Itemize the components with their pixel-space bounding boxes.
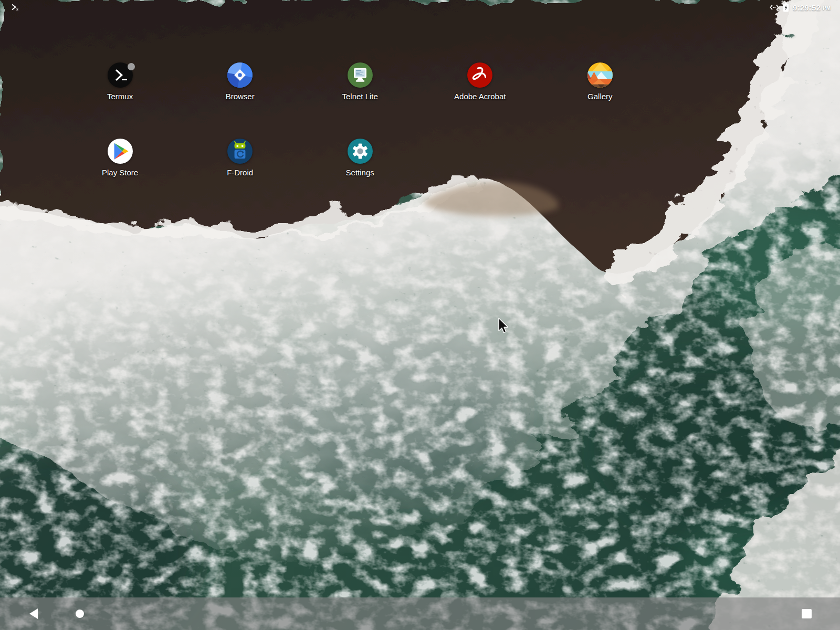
status-bar[interactable]: 9:29:52 PM [0, 0, 840, 15]
app-gallery[interactable]: Gallery [553, 62, 647, 101]
gallery-icon [587, 62, 613, 88]
app-playstore[interactable]: Play Store [73, 138, 167, 177]
app-label: Adobe Acrobat [433, 92, 527, 101]
notification-badge [128, 63, 135, 70]
recents-button[interactable] [794, 601, 819, 626]
fdroid-icon [227, 138, 253, 164]
termux-notification-icon [10, 3, 20, 12]
home-button[interactable] [67, 601, 92, 626]
clock-meridiem: PM [823, 4, 831, 11]
app-acrobat[interactable]: Adobe Acrobat [433, 62, 527, 101]
ethernet-icon [770, 4, 779, 10]
telnet-icon [347, 62, 373, 88]
battery-charging-icon [783, 3, 789, 12]
home-icon [76, 610, 84, 618]
app-label: Play Store [73, 168, 167, 177]
recents-icon [802, 609, 812, 618]
app-fdroid[interactable]: F-Droid [193, 138, 287, 177]
app-settings[interactable]: Settings [313, 138, 407, 177]
browser-icon [227, 62, 253, 88]
status-bar-system: 9:29:52 PM [770, 0, 831, 15]
app-label: Termux [73, 92, 167, 101]
app-label: Telnet Lite [313, 92, 407, 101]
settings-icon [347, 138, 373, 164]
playstore-icon [107, 138, 133, 164]
back-icon [28, 608, 38, 620]
app-label: F-Droid [193, 168, 287, 177]
app-telnet[interactable]: Telnet Lite [313, 62, 407, 101]
clock: 9:29:52 [793, 3, 821, 12]
app-browser[interactable]: Browser [193, 62, 287, 101]
app-termux[interactable]: Termux [73, 62, 167, 101]
acrobat-icon [467, 62, 493, 88]
app-label: Settings [313, 168, 407, 177]
app-label: Browser [193, 92, 287, 101]
navigation-bar [0, 597, 840, 630]
android-desktop: TermuxBrowserTelnet LiteAdobe AcrobatGal… [0, 0, 840, 630]
termux-icon [107, 62, 133, 88]
app-label: Gallery [553, 92, 647, 101]
status-bar-notifications [10, 3, 20, 12]
back-button[interactable] [20, 601, 46, 626]
app-grid: TermuxBrowserTelnet LiteAdobe AcrobatGal… [0, 0, 840, 630]
